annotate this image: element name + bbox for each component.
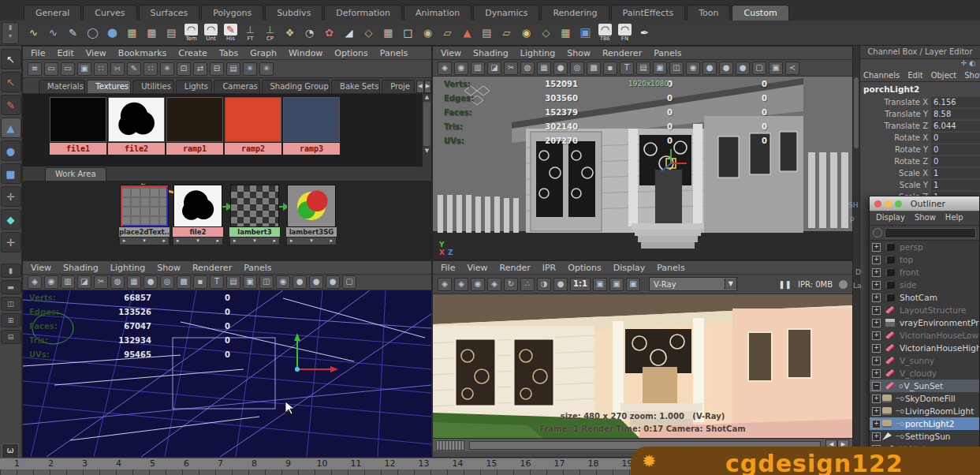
channel-value-field[interactable]: 0 xyxy=(931,144,980,155)
menu-item[interactable]: Display xyxy=(613,263,646,273)
frame-number[interactable]: 17 xyxy=(542,458,576,469)
menu-item[interactable]: View xyxy=(441,48,461,58)
toolbar-icon[interactable]: ◎ xyxy=(570,62,584,75)
menu-item[interactable]: Show xyxy=(567,48,591,58)
shelf-icon[interactable]: ● xyxy=(102,22,122,44)
toolbar-icon[interactable]: ◉ xyxy=(471,278,485,291)
toolbar-icon[interactable]: ◑ xyxy=(537,278,551,291)
shelf-tab[interactable]: Rendering xyxy=(541,5,609,21)
toolbar-icon[interactable]: ▭ xyxy=(61,62,75,76)
channel-value-field[interactable]: 1 xyxy=(931,168,980,179)
toolbar-icon[interactable]: ● xyxy=(293,275,307,289)
frame-number[interactable]: 16 xyxy=(509,458,542,469)
toolbar-icon[interactable]: ▪ xyxy=(193,275,207,289)
hypershade-tab[interactable]: Shading Groups xyxy=(262,80,330,93)
outliner-item[interactable]: − o V_SunSet xyxy=(870,380,979,392)
shader-node[interactable]: lambert3SG ▸▾▸ xyxy=(286,185,337,245)
toolbar-icon[interactable]: ▥ xyxy=(61,275,75,289)
hypershade-tab[interactable]: Textures xyxy=(87,80,131,93)
toolbar-icon[interactable]: ✳ xyxy=(160,62,174,76)
channel-label[interactable]: Translate Y xyxy=(860,110,931,118)
menu-item[interactable]: Panels xyxy=(244,263,271,273)
shelf-tab[interactable]: Custom xyxy=(732,5,788,21)
toolbar-icon[interactable]: ◪ xyxy=(487,62,501,75)
frame-number[interactable]: 7 xyxy=(203,458,237,469)
layout-button[interactable]: ⊟ xyxy=(1,330,21,344)
shelf-icon[interactable]: ▦ xyxy=(142,22,162,44)
frame-number[interactable]: 5 xyxy=(136,458,170,469)
frame-number[interactable]: 13 xyxy=(407,458,441,469)
outliner-item[interactable]: + persp xyxy=(870,241,979,253)
frame-number[interactable]: 11 xyxy=(339,458,373,469)
toolbar-icon[interactable]: ∷ xyxy=(143,62,158,76)
shelf-icon[interactable]: ▱ xyxy=(497,22,516,44)
shader-node[interactable]: file2 ▸▾▸ xyxy=(173,185,223,245)
outliner-item[interactable]: + VictorianHouseLow xyxy=(870,329,979,342)
node-thumbnail[interactable] xyxy=(230,185,279,227)
shader-node[interactable]: place2dText... ▸▾▸ xyxy=(119,185,170,245)
toolbar-icon[interactable]: ● xyxy=(553,278,568,291)
toolbar-icon[interactable]: ▣ xyxy=(609,278,624,291)
outliner-titlebar[interactable]: Outliner xyxy=(870,196,979,211)
shelf-icon[interactable]: ◢ xyxy=(339,22,359,44)
channel-label[interactable]: Translate X xyxy=(860,98,931,107)
frame-number[interactable]: 15 xyxy=(475,458,509,469)
layout-button[interactable]: ▬ xyxy=(1,280,21,294)
tool-icon[interactable]: ✎ xyxy=(1,95,21,115)
shelf-icon[interactable]: ◠ Tem xyxy=(181,22,201,44)
menu-item[interactable]: Edit xyxy=(907,71,922,80)
hypershade-tab[interactable]: Proje xyxy=(382,80,415,93)
selected-object-name[interactable]: porchLight2 xyxy=(860,82,980,96)
frame-number[interactable]: 1 xyxy=(0,458,34,469)
frame-number[interactable]: 3 xyxy=(68,458,102,469)
shelf-icon[interactable]: ◯ xyxy=(83,22,102,44)
shelf-icon[interactable]: ◇ xyxy=(359,22,378,44)
shelf-icon[interactable]: ▱ xyxy=(438,22,457,44)
swatch-scrollbar[interactable]: ▲▼ xyxy=(422,94,431,166)
swatch-thumbnail[interactable] xyxy=(50,97,106,142)
shelf-icon[interactable]: ✿ xyxy=(319,22,339,44)
shelf-tab[interactable]: Toon xyxy=(687,5,730,21)
toolbar-icon[interactable]: ◈ xyxy=(438,278,452,291)
menu-item[interactable]: Bookmarks xyxy=(118,48,166,58)
shelf-icon[interactable]: ◉ xyxy=(516,22,536,44)
toolbar-icon[interactable]: ◍ xyxy=(520,62,535,75)
toolbar-icon[interactable]: T xyxy=(210,275,224,289)
toolbar-icon[interactable]: ▭ xyxy=(44,62,58,76)
toolbar-icon[interactable]: 1:1 xyxy=(570,278,591,291)
rendered-image[interactable]: size: 480 x 270 zoom: 1.000 (V-Ray) Fram… xyxy=(433,294,852,438)
toolbar-icon[interactable]: ◈ xyxy=(28,275,42,289)
texture-swatch-area[interactable]: file1 file2 ramp1 ramp2 xyxy=(23,94,431,166)
frame-number[interactable]: 6 xyxy=(170,458,203,469)
toolbar-icon[interactable]: ≺ xyxy=(785,62,799,75)
toolbar-icon[interactable]: ▤ xyxy=(226,62,240,76)
expand-toggle-icon[interactable]: + xyxy=(872,407,881,416)
expand-toggle-icon[interactable]: + xyxy=(872,344,881,353)
tool-icon[interactable]: ✛ xyxy=(1,186,21,207)
frame-number[interactable]: 8 xyxy=(237,458,271,469)
toolbar-icon[interactable]: ◈ xyxy=(454,278,468,291)
channel-value-field[interactable]: 6.044 xyxy=(931,121,980,132)
shelf-tab[interactable]: PaintEffects xyxy=(611,5,686,21)
hypershade-tab[interactable]: Materials xyxy=(39,80,85,93)
hypershade-tab[interactable]: Lights xyxy=(176,80,213,93)
channel-value-field[interactable]: 1 xyxy=(931,180,980,191)
toolbar-icon[interactable]: ▦ xyxy=(537,62,551,75)
shelf-icon[interactable]: ◉ xyxy=(418,22,438,44)
toolbar-icon[interactable]: ⊡ xyxy=(177,62,191,76)
outliner-item[interactable]: + V_cloudy xyxy=(870,367,979,380)
toolbar-icon[interactable]: ✳ xyxy=(259,62,274,76)
tool-icon[interactable]: ◆ xyxy=(1,209,21,230)
channel-value-field[interactable]: 6.156 xyxy=(931,97,980,108)
toolbar-icon[interactable]: ● xyxy=(719,62,733,75)
shelf-icon[interactable]: ◇ xyxy=(536,22,556,44)
toolbar-icon[interactable]: ◈ xyxy=(438,62,452,75)
frame-number[interactable]: 18 xyxy=(576,458,610,469)
pause-icon[interactable]: ❚❚ xyxy=(778,280,792,289)
expand-toggle-icon[interactable]: + xyxy=(872,369,881,378)
shelf-tab[interactable]: Surfaces xyxy=(139,5,200,21)
toolbar-icon[interactable]: ◈ xyxy=(487,278,501,291)
channel-value-field[interactable]: 0 xyxy=(931,156,980,167)
chevron-down-icon[interactable]: ▼ xyxy=(725,279,736,290)
toolbar-icon[interactable]: ◫ xyxy=(669,62,684,75)
